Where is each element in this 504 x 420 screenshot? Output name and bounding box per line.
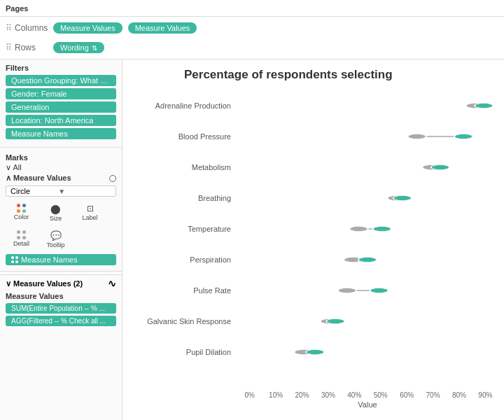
svg-point-14 (373, 227, 391, 232)
dropdown-arrow-icon: ▼ (58, 188, 65, 195)
svg-point-2 (475, 104, 493, 108)
row-label: Galvanic Skin Response (128, 317, 237, 326)
mv-pill-1[interactable]: AGG(Filtered -- % Check all ... (6, 316, 116, 326)
row-chart-cell (237, 306, 498, 337)
filter-pill-4[interactable]: Measure Names (6, 128, 116, 139)
marks-measure-label: ∧ Measure Values (6, 174, 71, 183)
color-button[interactable]: Color (6, 201, 37, 225)
dumbbell-svg (237, 186, 498, 211)
dumbbell-svg (237, 247, 498, 272)
color-icon (17, 204, 27, 214)
size-button[interactable]: ⬤ Size (40, 201, 71, 225)
dumbbell-svg (237, 278, 498, 303)
dot-grid-icon (11, 256, 18, 263)
row-label: Adrenaline Production (128, 102, 237, 110)
chart-area: Percentage of respondents selecting Adre… (122, 59, 504, 420)
row-label: Pupil Dilation (128, 348, 237, 356)
rows-label: ⠿ Rows (6, 43, 48, 52)
sidebar-divider-1 (0, 147, 122, 148)
marks-icons-row-1: Color ⬤ Size ⊡ Label (6, 201, 116, 225)
marks-title: Marks (6, 153, 116, 162)
row-label: Perspiration (128, 255, 237, 264)
detail-button[interactable]: Detail (6, 227, 37, 251)
top-bar: ⠿ Columns Measure Values Measure Values … (0, 17, 504, 59)
dumbbell-svg (237, 93, 498, 118)
chart-container: Adrenaline ProductionBlood PressureMetab… (128, 90, 498, 409)
filter-pill-1[interactable]: Gender: Female (6, 88, 116, 99)
x-tick: 80% (446, 391, 472, 399)
pages-label: Pages (6, 4, 28, 13)
svg-point-8 (431, 165, 449, 170)
svg-point-20 (370, 288, 388, 293)
size-icon: ⬤ (50, 204, 61, 214)
svg-point-5 (454, 134, 472, 139)
filter-pill-0[interactable]: Question Grouping: What do... (6, 75, 116, 86)
sidebar: Filters Question Grouping: What do... Ge… (0, 59, 122, 420)
row-label: Pulse Rate (128, 286, 237, 295)
size-label: Size (50, 215, 62, 222)
columns-grid-icon: ⠿ (6, 23, 12, 33)
svg-point-19 (338, 288, 356, 293)
chart-title: Percentage of respondents selecting (184, 68, 498, 82)
circle-icon (109, 175, 116, 182)
chart-rows: Adrenaline ProductionBlood PressureMetab… (128, 90, 498, 391)
x-tick: 90% (472, 391, 498, 399)
dumbbell-svg (237, 309, 498, 334)
chart-row: Perspiration (128, 244, 498, 275)
mv-header-left: ∨ Measure Values (2) (6, 279, 83, 288)
x-tick: 20% (289, 391, 315, 399)
row-chart-cell (237, 90, 498, 121)
dumbbell-svg (237, 340, 498, 365)
x-tick: 0% (237, 391, 262, 399)
measure-names-pill[interactable]: Measure Names (6, 254, 116, 265)
filters-section: Filters Question Grouping: What do... Ge… (0, 59, 122, 144)
color-label: Color (14, 214, 29, 220)
svg-point-4 (408, 134, 426, 139)
detail-label: Detail (13, 240, 29, 247)
measure-values-sub-title: Measure Values (6, 292, 116, 300)
detail-icon (17, 230, 27, 240)
filter-pill-2[interactable]: Generation (6, 102, 116, 113)
chart-row: Adrenaline Production (128, 90, 498, 121)
filters-title: Filters (6, 64, 116, 72)
rows-pill[interactable]: Wording ⇅ (53, 42, 104, 53)
sidebar-divider-2 (0, 271, 122, 272)
rows-row: ⠿ Rows Wording ⇅ (6, 39, 498, 56)
columns-pill-2[interactable]: Measure Values (128, 22, 197, 34)
row-chart-cell (237, 121, 498, 152)
x-tick: 50% (368, 391, 393, 399)
pages-section: Pages (0, 0, 504, 17)
chart-row: Metabolism (128, 152, 498, 183)
mv-squiggle-icon: ∿ (108, 278, 116, 289)
svg-point-26 (306, 350, 324, 355)
marks-measure: ∧ Measure Values (6, 174, 116, 183)
chart-row: Galvanic Skin Response (128, 306, 498, 337)
dumbbell-svg (237, 216, 498, 241)
x-axis-label: Value (128, 400, 498, 409)
tooltip-icon: 💬 (50, 230, 62, 241)
row-chart-cell (237, 214, 498, 244)
measure-values-section: ∨ Measure Values (2) ∿ Measure Values SU… (0, 274, 122, 331)
columns-pill-1[interactable]: Measure Values (53, 22, 122, 34)
row-label: Blood Pressure (128, 132, 237, 141)
dumbbell-svg (237, 124, 498, 149)
row-label: Temperature (128, 225, 237, 233)
row-label: Metabolism (128, 163, 237, 172)
columns-label: ⠿ Columns (6, 23, 48, 33)
tooltip-button[interactable]: 💬 Tooltip (40, 227, 71, 251)
label-button[interactable]: ⊡ Label (74, 201, 106, 225)
row-chart-cell (237, 183, 498, 214)
mv-pill-0[interactable]: SUM(Entire Population -- % ... (6, 303, 116, 314)
row-chart-cell (237, 275, 498, 306)
row-chart-cell (237, 152, 498, 183)
row-chart-cell (237, 337, 498, 368)
x-tick: 60% (393, 391, 419, 399)
rows-grid-icon: ⠿ (6, 43, 12, 52)
svg-point-17 (358, 258, 377, 262)
marks-dropdown[interactable]: Circle ▼ (6, 186, 116, 197)
filter-pill-3[interactable]: Location: North America (6, 115, 116, 126)
main-area: Filters Question Grouping: What do... Ge… (0, 59, 504, 420)
dumbbell-svg (237, 155, 498, 180)
svg-point-23 (326, 319, 344, 324)
chart-row: Blood Pressure (128, 121, 498, 152)
